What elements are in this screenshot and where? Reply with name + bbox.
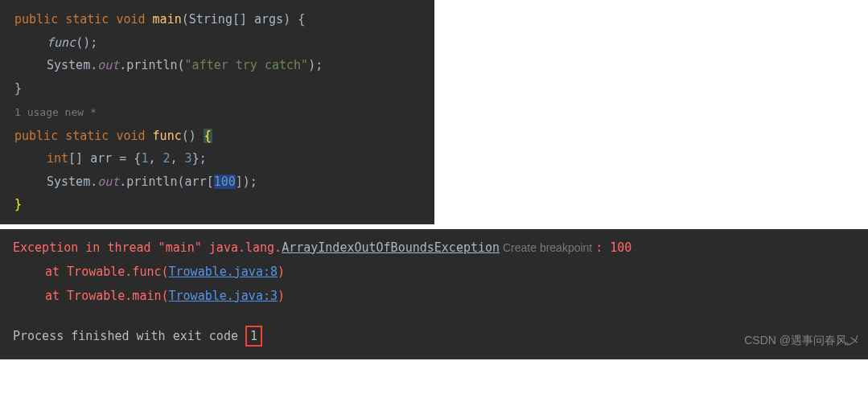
index-highlight: 100 bbox=[214, 174, 236, 189]
exception-line: Exception in thread "main" java.lang.Arr… bbox=[13, 236, 855, 260]
brace-highlight-open: { bbox=[204, 129, 212, 143]
keyword-void: void bbox=[116, 12, 145, 27]
code-line-main-sig[interactable]: public static void main(String[] args) { bbox=[14, 8, 434, 31]
stack-frame-2: at Trowable.main(Trowable.java:3) bbox=[13, 284, 855, 308]
run-console: Exception in thread "main" java.lang.Arr… bbox=[0, 229, 868, 359]
stack-frame-1: at Trowable.func(Trowable.java:8) bbox=[13, 260, 855, 284]
code-line-brace1[interactable]: } bbox=[14, 77, 434, 100]
exit-code-highlight: 1 bbox=[245, 326, 262, 347]
code-line-println2[interactable]: System.out.println(arr[100]); bbox=[14, 170, 434, 194]
exception-class-link[interactable]: ArrayIndexOutOfBoundsException bbox=[282, 240, 500, 255]
code-line-arr-decl[interactable]: int[] arr = {1, 2, 3}; bbox=[14, 147, 434, 170]
keyword-public: public bbox=[14, 12, 58, 27]
method-main: main bbox=[153, 12, 182, 27]
source-link-main[interactable]: Trowable.java:3 bbox=[169, 289, 278, 303]
keyword-static: static bbox=[65, 12, 109, 27]
create-breakpoint-link[interactable]: Create breakpoint bbox=[500, 241, 595, 254]
hint-new[interactable]: new * bbox=[59, 106, 97, 118]
brace-highlight-close: } bbox=[14, 197, 22, 211]
code-line-println1[interactable]: System.out.println("after try catch"); bbox=[14, 54, 434, 77]
watermark: CSDN @遇事问春风乄 bbox=[744, 329, 858, 351]
code-line-brace2[interactable]: } bbox=[14, 193, 434, 216]
hint-usage[interactable]: 1 usage bbox=[14, 106, 59, 118]
code-editor: public static void main(String[] args) {… bbox=[0, 0, 434, 224]
inlay-hints[interactable]: 1 usage new * bbox=[14, 100, 434, 125]
code-line-func-sig[interactable]: public static void func() { bbox=[14, 125, 434, 148]
method-func: func bbox=[153, 129, 182, 143]
code-line-func-call[interactable]: func(); bbox=[14, 31, 434, 55]
process-exit-line: Process finished with exit code 1 bbox=[13, 324, 855, 348]
source-link-func[interactable]: Trowable.java:8 bbox=[169, 265, 278, 279]
